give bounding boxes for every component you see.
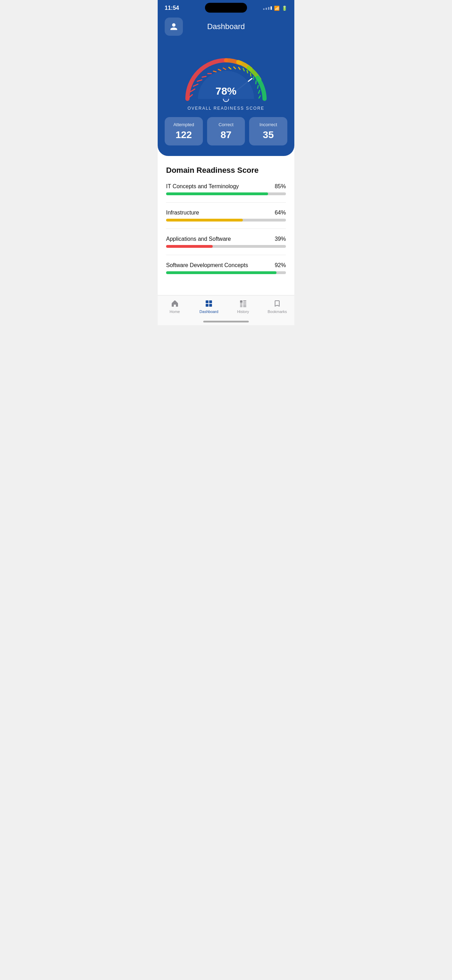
home-indicator (158, 321, 294, 325)
progress-fill-3 (166, 271, 277, 274)
correct-value: 87 (210, 129, 242, 140)
svg-rect-26 (209, 304, 212, 307)
svg-rect-29 (240, 305, 242, 305)
bookmarks-icon (272, 299, 282, 308)
domain-name-3: Software Development Concepts (166, 262, 248, 269)
svg-rect-24 (209, 301, 212, 303)
progress-bg-3 (166, 271, 286, 274)
svg-rect-31 (243, 302, 246, 302)
tab-dashboard-label: Dashboard (199, 310, 218, 314)
domain-section: Domain Readiness Score IT Concepts and T… (158, 156, 294, 295)
domain-item-3: Software Development Concepts 92% (166, 262, 286, 281)
progress-bg-1 (166, 219, 286, 221)
stats-row: Attempted 122 Correct 87 Incorrect 35 (165, 117, 287, 145)
svg-rect-25 (206, 304, 208, 307)
tab-dashboard[interactable]: Dashboard (197, 299, 221, 314)
svg-line-7 (218, 69, 221, 70)
svg-line-2 (193, 84, 198, 86)
home-icon (170, 299, 180, 308)
gauge-section: 78% OVERALL READINESS SCORE Attempted 12… (158, 43, 294, 156)
domain-row-1: Infrastructure 64% (166, 210, 286, 216)
domain-pct-1: 64% (275, 210, 286, 216)
svg-line-9 (229, 67, 231, 69)
stat-attempted: Attempted 122 (165, 117, 203, 145)
stat-correct: Correct 87 (207, 117, 245, 145)
progress-bg-0 (166, 192, 286, 195)
svg-line-12 (243, 68, 244, 71)
tab-home[interactable]: Home (162, 299, 187, 314)
attempted-value: 122 (168, 129, 199, 140)
correct-label: Correct (210, 122, 242, 127)
avatar-button[interactable] (165, 18, 183, 36)
history-icon (239, 299, 248, 308)
svg-line-16 (256, 81, 256, 84)
svg-line-1 (190, 89, 195, 92)
dashboard-icon (204, 299, 213, 308)
svg-line-8 (223, 68, 226, 69)
svg-line-14 (250, 73, 251, 76)
svg-rect-32 (243, 304, 246, 304)
svg-rect-35 (240, 306, 242, 307)
status-icons: 📶 🔋 (263, 6, 287, 11)
gauge-svg: 78% (177, 46, 275, 102)
svg-rect-33 (243, 305, 246, 305)
svg-rect-34 (243, 306, 246, 307)
gauge-chart: 78% (177, 46, 275, 102)
svg-text:78%: 78% (215, 85, 237, 97)
stat-incorrect: Incorrect 35 (249, 117, 287, 145)
svg-rect-23 (206, 301, 208, 303)
svg-line-11 (239, 67, 240, 69)
domain-row-0: IT Concepts and Terminology 85% (166, 183, 286, 189)
domain-name-0: IT Concepts and Terminology (166, 183, 239, 189)
svg-rect-27 (240, 301, 242, 303)
wifi-icon: 📶 (274, 6, 280, 11)
tab-bar: Home Dashboard (158, 295, 294, 321)
svg-rect-30 (243, 301, 246, 301)
domain-pct-3: 92% (275, 262, 286, 269)
svg-line-19 (259, 96, 260, 98)
progress-fill-1 (166, 219, 243, 221)
svg-line-13 (247, 70, 248, 73)
tab-history-label: History (237, 310, 249, 314)
tab-bookmarks[interactable]: Bookmarks (265, 299, 290, 314)
signal-icon (263, 6, 272, 10)
progress-bg-2 (166, 245, 286, 248)
attempted-label: Attempted (168, 122, 199, 127)
svg-line-10 (234, 67, 236, 69)
domain-row-2: Applications and Software 39% (166, 236, 286, 242)
domain-name-2: Applications and Software (166, 236, 231, 242)
svg-line-4 (202, 76, 206, 77)
domain-item-2: Applications and Software 39% (166, 236, 286, 255)
domain-pct-2: 39% (275, 236, 286, 242)
status-time: 11:54 (165, 5, 179, 11)
readiness-label: OVERALL READINESS SCORE (188, 106, 264, 111)
svg-line-17 (258, 86, 258, 88)
domain-section-title: Domain Readiness Score (166, 166, 286, 175)
tab-home-label: Home (170, 310, 180, 314)
tab-bookmarks-label: Bookmarks (268, 310, 287, 314)
header: Dashboard (158, 14, 294, 43)
svg-rect-28 (240, 304, 242, 304)
svg-line-3 (197, 80, 202, 81)
battery-icon: 🔋 (282, 6, 287, 11)
domain-item-1: Infrastructure 64% (166, 210, 286, 229)
domain-name-1: Infrastructure (166, 210, 199, 216)
incorrect-label: Incorrect (253, 122, 284, 127)
svg-line-18 (259, 91, 259, 93)
domain-row-3: Software Development Concepts 92% (166, 262, 286, 269)
progress-fill-2 (166, 245, 213, 248)
notch (205, 3, 247, 13)
tab-history[interactable]: History (231, 299, 255, 314)
domain-item-0: IT Concepts and Terminology 85% (166, 183, 286, 203)
incorrect-value: 35 (253, 129, 284, 140)
svg-line-6 (213, 71, 216, 72)
domain-pct-0: 85% (275, 183, 286, 189)
status-bar: 11:54 📶 🔋 (158, 0, 294, 14)
user-icon (170, 22, 178, 31)
page-title: Dashboard (183, 22, 269, 31)
progress-fill-0 (166, 192, 268, 195)
home-bar (203, 321, 249, 323)
